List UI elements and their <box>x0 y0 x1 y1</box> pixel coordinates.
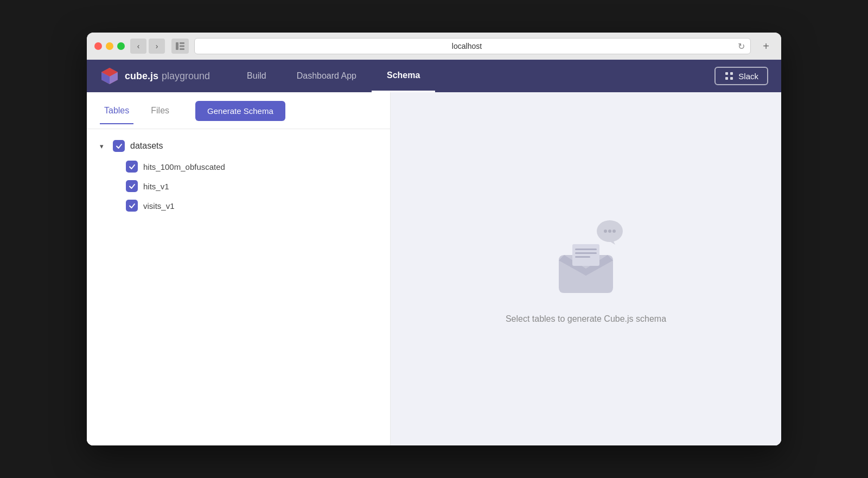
nav-links: Build Dashboard App Schema <box>232 60 714 92</box>
forward-button[interactable]: › <box>149 39 165 54</box>
logo-text: cube.js playground <box>125 71 210 82</box>
chat-bubble-icon <box>596 220 624 247</box>
app-navbar: cube.js playground Build Dashboard App S… <box>87 60 781 92</box>
hits-v1-label: hits_v1 <box>143 182 169 191</box>
tabs-bar: Tables Files Generate Schema <box>87 92 390 129</box>
close-button[interactable] <box>94 42 102 50</box>
maximize-button[interactable] <box>117 42 125 50</box>
back-button[interactable]: ‹ <box>130 39 146 54</box>
tree-child-hits-100m[interactable]: hits_100m_obfuscated <box>126 161 377 173</box>
visits-v1-label: visits_v1 <box>143 201 175 211</box>
main-content: Tables Files Generate Schema ▾ datasets <box>87 92 781 445</box>
sidebar-toggle-button[interactable] <box>171 39 189 54</box>
app-content: cube.js playground Build Dashboard App S… <box>87 60 781 445</box>
cubejs-logo-icon <box>100 66 119 86</box>
left-panel: Tables Files Generate Schema ▾ datasets <box>87 92 391 445</box>
nav-link-schema[interactable]: Schema <box>372 60 435 92</box>
visits-v1-checkbox[interactable] <box>126 200 138 212</box>
schema-illustration <box>542 214 629 301</box>
nav-link-dashboard-app[interactable]: Dashboard App <box>282 60 372 92</box>
tree-parent-datasets[interactable]: ▾ datasets <box>100 140 377 152</box>
logo-subtitle: playground <box>162 71 210 82</box>
check-icon <box>116 143 123 150</box>
svg-rect-9 <box>730 72 733 75</box>
browser-top-bar: ‹ › localhost ↻ + <box>94 38 774 60</box>
minimize-button[interactable] <box>106 42 113 50</box>
sidebar-icon <box>176 42 184 50</box>
slack-label: Slack <box>738 72 758 81</box>
slack-button[interactable]: Slack <box>714 67 768 85</box>
hits-100m-checkbox[interactable] <box>126 161 138 173</box>
chevron-down-icon: ▾ <box>100 142 107 150</box>
svg-rect-3 <box>180 48 184 50</box>
svg-rect-17 <box>575 248 597 250</box>
tab-tables[interactable]: Tables <box>100 106 133 124</box>
new-tab-button[interactable]: + <box>758 39 774 54</box>
check-icon <box>129 202 136 209</box>
svg-rect-18 <box>575 252 597 254</box>
svg-point-13 <box>604 230 607 233</box>
svg-rect-8 <box>725 72 728 75</box>
svg-rect-16 <box>572 244 599 266</box>
nav-buttons: ‹ › <box>130 39 165 54</box>
svg-rect-0 <box>176 42 178 50</box>
nav-link-build[interactable]: Build <box>232 60 282 92</box>
generate-schema-button[interactable]: Generate Schema <box>195 101 285 121</box>
chat-bubble-svg <box>596 220 624 245</box>
svg-rect-10 <box>725 77 728 80</box>
tab-files[interactable]: Files <box>146 106 174 124</box>
svg-point-15 <box>612 230 616 233</box>
reload-button[interactable]: ↻ <box>738 41 745 52</box>
datasets-label: datasets <box>130 141 163 151</box>
tree-area: ▾ datasets <box>87 129 390 222</box>
svg-rect-2 <box>180 46 184 47</box>
check-icon <box>129 163 136 170</box>
address-text: localhost <box>200 42 733 50</box>
tree-children: hits_100m_obfuscated hits_v1 <box>100 161 377 212</box>
browser-chrome: ‹ › localhost ↻ + <box>87 33 781 60</box>
slack-icon <box>724 71 734 81</box>
svg-rect-19 <box>575 256 590 258</box>
svg-point-14 <box>608 230 611 233</box>
tree-child-hits-v1[interactable]: hits_v1 <box>126 180 377 192</box>
traffic-lights <box>94 42 125 50</box>
svg-rect-11 <box>730 77 733 80</box>
right-panel: Select tables to generate Cube.js schema <box>391 92 781 445</box>
logo-brand: cube.js <box>125 71 158 82</box>
empty-state-message: Select tables to generate Cube.js schema <box>506 314 666 324</box>
logo-area: cube.js playground <box>100 66 210 86</box>
browser-window: ‹ › localhost ↻ + <box>87 33 781 445</box>
svg-rect-1 <box>180 42 184 44</box>
address-bar[interactable]: localhost ↻ <box>194 38 751 54</box>
hits-v1-checkbox[interactable] <box>126 180 138 192</box>
hits-100m-label: hits_100m_obfuscated <box>143 162 225 171</box>
datasets-checkbox[interactable] <box>113 140 125 152</box>
tree-child-visits-v1[interactable]: visits_v1 <box>126 200 377 212</box>
check-icon <box>129 183 136 190</box>
